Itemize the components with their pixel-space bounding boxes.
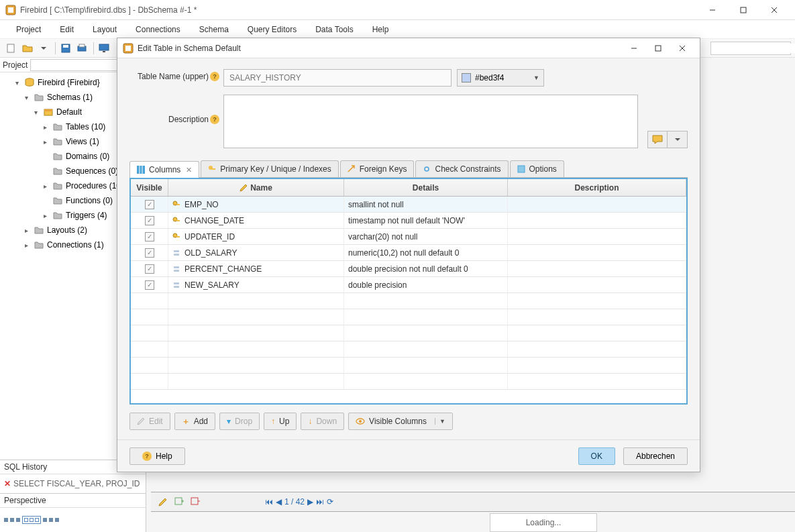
help-icon[interactable]: ? [210, 72, 219, 81]
tab-cc[interactable]: Check Constraints [415, 160, 508, 177]
perspective-dot[interactable] [49, 518, 53, 522]
visible-checkbox[interactable]: ✓ [145, 264, 154, 274]
grid-header-visible[interactable]: Visible [131, 179, 168, 196]
folder-icon [52, 210, 63, 221]
table-row[interactable]: ✓UPDATER_IDvarchar(20) not null [131, 229, 686, 245]
table-name-input[interactable] [223, 69, 452, 87]
menu-help[interactable]: Help [363, 22, 399, 37]
prev-page-icon[interactable]: ◀ [276, 497, 282, 507]
column-name: PERCENT_CHANGE [184, 264, 262, 274]
dialog-close-button[interactable] [670, 39, 694, 58]
perspective-dot[interactable] [43, 518, 47, 522]
grid-remove-icon[interactable] [190, 496, 201, 507]
tree-node-label: Domains (0) [66, 152, 109, 161]
perspective-dot[interactable] [16, 518, 20, 522]
open-icon[interactable] [20, 41, 35, 56]
table-row[interactable]: ✓CHANGE_DATEtimestamp not null default '… [131, 213, 686, 229]
grid-header-details[interactable]: Details [344, 179, 508, 196]
move-up-button[interactable]: ↑ Up [264, 413, 297, 430]
table-row[interactable]: ✓NEW_SALARYdouble precision [131, 277, 686, 293]
move-down-button[interactable]: ↓ Down [301, 413, 344, 430]
maximize-button[interactable] [728, 0, 759, 20]
grid-header-name[interactable]: Name [168, 179, 344, 196]
menu-layout[interactable]: Layout [83, 22, 126, 37]
help-icon[interactable]: ? [210, 115, 219, 124]
tree-toggle-icon[interactable]: ▾ [12, 79, 21, 87]
tab-fk[interactable]: Foreign Keys [340, 160, 415, 177]
tree-toggle-icon[interactable]: ▸ [40, 212, 50, 219]
monitor-icon[interactable] [97, 41, 111, 56]
close-button[interactable] [759, 0, 790, 20]
tree-toggle-icon[interactable]: ▾ [31, 109, 40, 116]
key-icon [208, 165, 216, 173]
folder-icon [52, 195, 63, 206]
tree-node-label: Firebird {Firebird} [38, 78, 100, 87]
sql-history-item[interactable]: ✕ SELECT FISCAL_YEAR, PROJ_ID [0, 474, 146, 493]
tab-options[interactable]: Options [510, 160, 564, 177]
menu-schema[interactable]: Schema [190, 22, 238, 37]
minimize-button[interactable] [697, 0, 728, 20]
grid-header-description[interactable]: Description [508, 179, 686, 196]
menu-data-tools[interactable]: Data Tools [306, 22, 362, 37]
edit-column-button[interactable]: Edit [129, 413, 170, 430]
tab-pk[interactable]: Primary Key / Unique / Indexes [201, 160, 338, 177]
print-icon[interactable] [74, 41, 89, 56]
tree-toggle-icon[interactable]: ▸ [21, 242, 31, 249]
toolbar-search[interactable] [710, 42, 791, 55]
last-page-icon[interactable]: ⏭ [316, 497, 324, 507]
dropdown-icon[interactable] [36, 41, 51, 56]
table-row[interactable]: ✓PERCENT_CHANGEdouble precision not null… [131, 261, 686, 277]
pager-text: 1 / 42 [284, 497, 305, 507]
visible-checkbox[interactable]: ✓ [145, 248, 154, 258]
column-details: double precision not null default 0 [348, 264, 468, 274]
comment-button[interactable] [647, 131, 668, 148]
tree-toggle-icon[interactable]: ▸ [40, 138, 50, 146]
perspective-dot[interactable] [55, 518, 59, 522]
refresh-icon[interactable]: ⟳ [327, 497, 333, 507]
visible-checkbox[interactable]: ✓ [145, 280, 154, 290]
perspective-dot[interactable] [10, 518, 14, 522]
cancel-button[interactable]: Abbrechen [623, 447, 688, 465]
menu-project[interactable]: Project [7, 22, 50, 37]
visible-checkbox[interactable]: ✓ [145, 200, 154, 209]
dialog-maximize-button[interactable] [646, 39, 670, 58]
search-input[interactable] [714, 44, 795, 53]
new-project-icon[interactable] [4, 41, 19, 56]
next-page-icon[interactable]: ▶ [307, 497, 313, 507]
visible-checkbox[interactable]: ✓ [145, 216, 154, 225]
table-row[interactable]: ✓EMP_NOsmallint not null [131, 197, 686, 213]
add-column-button[interactable]: ＋ Add [174, 413, 215, 430]
pencil-icon[interactable] [158, 496, 168, 507]
dialog-minimize-button[interactable] [622, 39, 646, 58]
table-row[interactable]: ✓OLD_SALARYnumeric(10,2) not null defaul… [131, 245, 686, 261]
drop-column-button[interactable]: ▾ Drop [219, 413, 260, 430]
grid-add-icon[interactable] [174, 496, 184, 507]
menu-edit[interactable]: Edit [50, 22, 83, 37]
menu-query-editors[interactable]: Query Editors [238, 22, 306, 37]
help-button[interactable]: ? Help [129, 447, 185, 465]
comment-dropdown[interactable] [668, 131, 688, 148]
tab-columns[interactable]: Columns ✕ [129, 161, 199, 178]
column-icon [172, 249, 180, 257]
tree-toggle-icon[interactable]: ▸ [40, 123, 50, 131]
menu-connections[interactable]: Connections [126, 22, 190, 37]
svg-rect-8 [63, 45, 68, 48]
tree-node-label: Tables (10) [66, 122, 105, 131]
sql-history-text: SELECT FISCAL_YEAR, PROJ_ID [13, 479, 140, 488]
ok-button[interactable]: OK [578, 447, 615, 465]
perspective-dot[interactable] [4, 518, 8, 522]
perspective-selected[interactable] [22, 516, 41, 524]
description-textarea[interactable] [223, 95, 638, 148]
tree-toggle-icon[interactable]: ▸ [40, 182, 50, 190]
table-row-empty [131, 341, 686, 358]
first-page-icon[interactable]: ⏮ [265, 497, 273, 507]
color-combo[interactable]: #bed3f4 ▼ [457, 69, 544, 87]
visible-checkbox[interactable]: ✓ [145, 232, 154, 242]
visible-columns-button[interactable]: Visible Columns ▼ [348, 413, 453, 430]
save-icon[interactable] [58, 41, 73, 56]
tree-toggle-icon[interactable]: ▸ [21, 227, 31, 234]
tab-close-icon[interactable]: ✕ [186, 166, 192, 174]
perspective-header[interactable]: Perspective [0, 493, 146, 508]
link-icon [423, 165, 431, 173]
tree-toggle-icon[interactable]: ▾ [21, 94, 31, 101]
